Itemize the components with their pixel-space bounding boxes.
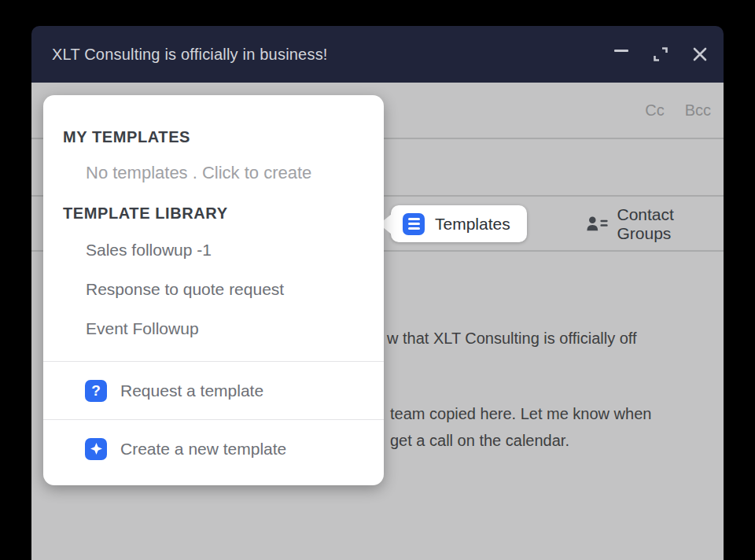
question-icon: ? [85,380,107,402]
window-controls [610,26,711,83]
cc-toggle[interactable]: Cc [645,101,664,120]
template-item-event-followup[interactable]: Event Followup [86,319,199,338]
create-template-button[interactable]: Create a new template [43,419,384,477]
question-glyph: ? [91,383,101,398]
contact-groups-icon [586,215,609,234]
template-item-response-quote[interactable]: Response to quote request [86,280,284,299]
templates-popover: MY TEMPLATES No templates . Click to cre… [43,95,384,485]
compose-titlebar: XLT Consulting is officially in business… [31,26,724,83]
sparkle-plus-icon [85,438,107,460]
templates-icon [403,213,425,235]
templates-button[interactable]: Templates [391,205,527,242]
cc-bcc-toggles: Cc Bcc [645,101,711,120]
expand-button[interactable] [650,43,672,65]
contact-groups-label: Contact Groups [617,205,724,243]
template-item-sales-followup[interactable]: Sales followup -1 [86,241,212,260]
request-template-button[interactable]: ? Request a template [43,361,384,419]
message-body-line: get a call on the calendar. [390,432,569,450]
close-button[interactable] [689,43,711,65]
my-templates-empty-create[interactable]: No templates . Click to create [86,163,311,183]
sparkle-plus-glyph [90,443,102,455]
create-template-label: Create a new template [120,440,286,459]
minimize-button[interactable] [610,43,632,65]
template-library-heading: TEMPLATE LIBRARY [63,204,228,223]
message-body-line: w that XLT Consulting is officially off [387,330,637,348]
message-body-line: team copied here. Let me know when [390,405,651,423]
compose-subject-title: XLT Consulting is officially in business… [52,46,328,64]
my-templates-heading: MY TEMPLATES [63,128,190,146]
minimize-icon [612,45,631,64]
expand-icon [651,45,670,64]
request-template-label: Request a template [120,381,263,400]
contact-groups-button[interactable]: Contact Groups [586,205,724,242]
templates-button-label: Templates [435,215,510,234]
screen: XLT Consulting is officially in business… [0,0,755,560]
bcc-toggle[interactable]: Bcc [685,101,711,120]
close-icon [691,46,709,63]
